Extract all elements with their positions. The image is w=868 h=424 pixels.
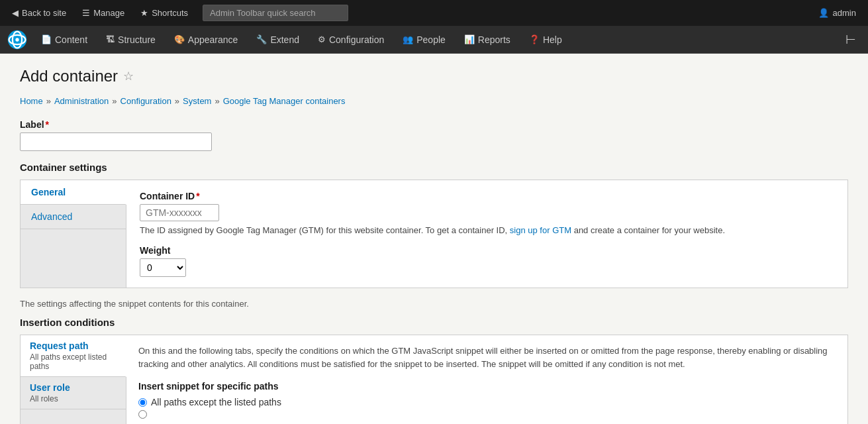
radio-other	[138, 410, 836, 419]
content-icon: 📄	[41, 34, 52, 44]
tab-advanced[interactable]: Advanced	[21, 205, 126, 229]
insert-snippet-label: Insert snippet for specific paths	[138, 381, 836, 392]
nav-help[interactable]: ❓ Help	[520, 26, 571, 54]
conditions-description: On this and the following tabs, specify …	[138, 344, 836, 372]
search-box	[203, 5, 348, 21]
reports-icon: 📊	[464, 34, 475, 44]
shortcuts-button[interactable]: ★ Shortcuts	[134, 0, 195, 26]
label-input[interactable]	[20, 132, 212, 151]
container-id-label: Container ID*	[140, 191, 834, 201]
radio-all-except: All paths except the listed paths	[138, 397, 836, 407]
container-id-input[interactable]	[140, 204, 219, 221]
nav-structure[interactable]: 🏗 Structure	[97, 26, 165, 54]
back-to-site-button[interactable]: ◀ Back to site	[5, 0, 73, 26]
page-title-row: Add container ☆	[20, 67, 848, 85]
weight-select[interactable]: 0	[140, 258, 186, 277]
page-content: Add container ☆ Home » Administration » …	[0, 54, 868, 424]
page-title: Add container	[20, 67, 118, 85]
panel-tabs: General Advanced	[21, 180, 126, 288]
conditions-tabs: Request path All paths except listed pat…	[21, 335, 126, 425]
menu-icon: ☰	[82, 8, 90, 18]
gtm-signup-link[interactable]: sign up for GTM	[510, 225, 571, 235]
breadcrumb: Home » Administration » Configuration » …	[20, 96, 848, 106]
configuration-icon: ⚙	[318, 34, 326, 44]
nav-people[interactable]: 👥 People	[393, 26, 455, 54]
nav-reports[interactable]: 📊 Reports	[455, 26, 520, 54]
nav-appearance[interactable]: 🎨 Appearance	[165, 26, 248, 54]
manage-button[interactable]: ☰ Manage	[75, 0, 131, 26]
breadcrumb-system[interactable]: System	[183, 96, 211, 106]
label-field-label: Label*	[20, 119, 848, 130]
user-menu[interactable]: 👤 admin	[812, 8, 863, 18]
snippet-hint: The settings affecting the snippet conte…	[20, 299, 848, 309]
star-icon: ★	[140, 8, 148, 18]
insertion-conditions-title: Insertion conditions	[20, 317, 848, 328]
extend-icon: 🔧	[256, 34, 267, 44]
nav-content[interactable]: 📄 Content	[32, 26, 97, 54]
help-icon: ❓	[529, 34, 540, 44]
breadcrumb-home[interactable]: Home	[20, 96, 43, 106]
breadcrumb-configuration[interactable]: Configuration	[121, 96, 171, 106]
tab-request-path[interactable]: Request path All paths except listed pat…	[21, 335, 126, 377]
main-nav: 📄 Content 🏗 Structure 🎨 Appearance 🔧 Ext…	[0, 26, 868, 54]
structure-icon: 🏗	[106, 34, 115, 44]
search-input[interactable]	[203, 5, 348, 21]
weight-label: Weight	[140, 245, 834, 256]
panel-content: Container ID* The ID assigned by Google …	[126, 180, 847, 288]
user-icon: 👤	[818, 8, 829, 18]
nav-toggle[interactable]: ⊢	[839, 32, 863, 47]
radio-other-input[interactable]	[138, 410, 147, 419]
admin-toolbar: ◀ Back to site ☰ Manage ★ Shortcuts 👤 ad…	[0, 0, 868, 26]
breadcrumb-administration[interactable]: Administration	[54, 96, 109, 106]
container-settings-panel: General Advanced Container ID* The ID as…	[20, 180, 848, 288]
tab-general[interactable]: General	[21, 180, 126, 205]
conditions-content: On this and the following tabs, specify …	[126, 335, 847, 425]
radio-all-except-input[interactable]	[138, 398, 147, 407]
container-settings-title: Container settings	[20, 162, 848, 173]
appearance-icon: 🎨	[174, 34, 185, 44]
nav-extend[interactable]: 🔧 Extend	[247, 26, 309, 54]
nav-configuration[interactable]: ⚙ Configuration	[309, 26, 393, 54]
label-group: Label*	[20, 119, 848, 151]
breadcrumb-gtm-containers[interactable]: Google Tag Manager containers	[223, 96, 346, 106]
people-icon: 👥	[403, 34, 413, 44]
svg-point-3	[15, 38, 19, 41]
site-logo[interactable]	[5, 28, 29, 52]
container-id-description: The ID assigned by Google Tag Manager (G…	[140, 224, 834, 237]
arrow-left-icon: ◀	[12, 8, 19, 18]
bookmark-icon[interactable]: ☆	[123, 69, 134, 83]
conditions-panel: Request path All paths except listed pat…	[20, 335, 848, 425]
tab-user-role[interactable]: User role All roles	[21, 377, 126, 409]
